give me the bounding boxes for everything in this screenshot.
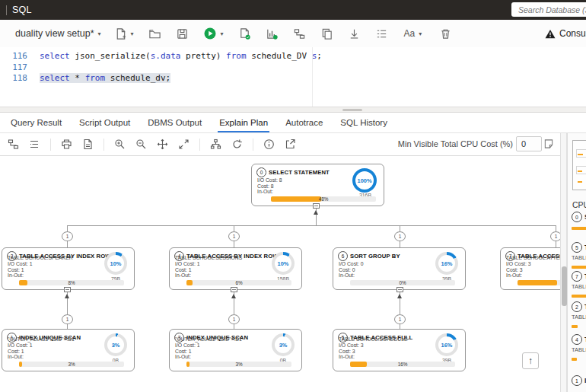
download-button[interactable] (348, 27, 361, 40)
tab-autotrace[interactable]: Autotrace (284, 118, 324, 132)
collapse-handle[interactable] (397, 287, 403, 292)
edge-cardinality-badge: 1 (62, 314, 73, 324)
note-page-icon (543, 139, 554, 149)
font-size-caret-icon[interactable]: ▾ (419, 30, 422, 37)
collapse-handle[interactable] (231, 287, 237, 292)
node-stats: I/O Cost: 8Cost: 8In-Out: (257, 177, 282, 195)
plan-minimap[interactable] (572, 140, 586, 190)
scrollbar-thumb[interactable] (562, 266, 567, 306)
pane-splitter[interactable] (0, 107, 586, 113)
panel-item[interactable]: 2TABLE ACCESS BY INDEX ROWIDTABLE SCHOOL… (572, 301, 586, 328)
zoom-in-button[interactable] (114, 139, 126, 150)
edge-cardinality-badge: 1 (228, 231, 240, 241)
edge-cardinality-badge: 1 (394, 314, 406, 324)
panel-item-row: 5TABLE ACCESS FULL (572, 242, 586, 253)
run-script-button[interactable] (238, 27, 251, 40)
fit-screen-button[interactable] (178, 139, 189, 150)
code-text[interactable]: select json_serialize(s.data pretty) fro… (40, 51, 322, 62)
edge-cardinality-badge: 1 (62, 231, 73, 241)
diagram-view-button[interactable] (8, 139, 19, 150)
hierarchy-layout-button[interactable] (210, 139, 221, 150)
vertical-scrollbar[interactable] (560, 133, 567, 392)
print-button[interactable] (61, 139, 72, 150)
outline-view-button[interactable] (29, 139, 40, 150)
zoom-out-button[interactable] (135, 139, 147, 150)
tab-explain-plan[interactable]: Explain Plan (218, 118, 269, 132)
save-button[interactable] (176, 27, 189, 40)
plan-node[interactable]: 1INDEX UNIQUE SCAN"OUTER_ALIAS3"."SID"=:… (2, 329, 135, 371)
cpu-percent-label: 16% (438, 255, 455, 272)
code-text[interactable]: select * from schedule_dv; (40, 73, 170, 84)
panel-item[interactable]: 5TABLE ACCESS FULLTABLE SCHOOL.SCHEDULE (572, 242, 586, 269)
search-database-input[interactable] (511, 2, 586, 17)
format-list-icon (375, 27, 388, 40)
pan-move-icon (157, 139, 168, 150)
refresh-button[interactable] (231, 139, 243, 150)
scroll-top-button[interactable]: ↑ (522, 352, 539, 369)
consumer-group-warning[interactable]: Consumer group (545, 20, 586, 47)
refresh-icon (231, 139, 243, 150)
plan-node[interactable]: 0SELECT STATEMENTI/O Cost: 8Cost: 8In-Ou… (251, 164, 384, 206)
plan-node[interactable]: 2TABLE ACCESS BY INDEX ROWIDTABLE SCHOOL… (2, 247, 135, 290)
node-stats: "OUTER_ALIAS3"."SID"=:B1I/O Cost: 1Cost:… (8, 336, 75, 360)
collapse-handle[interactable] (313, 203, 320, 209)
copy-statement-button[interactable] (320, 27, 333, 40)
notes-button[interactable] (543, 139, 554, 152)
node-header: 0SELECT STATEMENT (256, 167, 330, 177)
font-size-button[interactable]: Aa (404, 28, 416, 39)
line-number: 116 (0, 51, 27, 62)
run-caret-icon[interactable]: ▾ (221, 30, 224, 37)
export-image-button[interactable] (82, 139, 94, 150)
sql-editor[interactable]: 116select json_serialize(s.data pretty) … (0, 47, 586, 107)
inout-bar: 6% (186, 280, 291, 285)
tab-dbms-output[interactable]: DBMS Output (146, 118, 203, 132)
new-file-caret-icon[interactable]: ▾ (131, 30, 134, 37)
explain-plan-button[interactable] (293, 27, 306, 40)
plan-node[interactable]: 7TABLE ACCESS FULLTABLE SCHOOL.ATTENDEEI… (500, 247, 560, 290)
worksheet-selector-caret-icon[interactable]: ▾ (98, 30, 101, 37)
info-button[interactable] (263, 139, 275, 150)
panel-item[interactable]: 1INDEX UNIQUE SCAN (572, 375, 586, 386)
edge-line (556, 241, 556, 247)
tab-query-result[interactable]: Query Result (9, 118, 63, 132)
plan-node[interactable]: 3INDEX UNIQUE SCAN"OUTER_ALIAS2"."SID"=:… (169, 329, 302, 371)
pan-button[interactable] (157, 139, 168, 150)
open-external-button[interactable] (285, 139, 296, 150)
open-folder-icon (148, 27, 161, 40)
plan-node[interactable]: 6SORT GROUP BYI/O Cost: 0Cost: 0In-Out:1… (333, 247, 466, 290)
cpu-percent-donut: 3% (272, 333, 295, 356)
node-stats: TABLE SCHOOL.ATTENDEEI/O Cost: 3Cost: 3I… (506, 255, 560, 279)
edge-line (234, 241, 234, 247)
zoom-out-icon (135, 139, 147, 150)
edge-arrow-icon (231, 294, 236, 298)
autotrace-button[interactable] (266, 27, 279, 40)
min-cpu-cost-label: Min Visible Total CPU Cost (%) (398, 139, 513, 148)
inout-bar: 3% (19, 362, 124, 367)
explain-plan-canvas[interactable]: ↑ 0SELECT STATEMENTI/O Cost: 8Cost: 8In-… (0, 156, 560, 392)
collapse-handle[interactable] (64, 287, 71, 292)
cpu-percent-label: 100% (355, 171, 374, 190)
toolbar-separator (50, 139, 51, 151)
run-button[interactable] (203, 27, 217, 40)
plan-node[interactable]: 4TABLE ACCESS BY INDEX ROWIDTABLE SCHOOL… (169, 247, 302, 290)
panel-item[interactable]: 4TABLE ACCESS BY INDEX ROWIDTABLE SCHOOL… (572, 334, 586, 361)
tab-sql-history[interactable]: SQL History (339, 118, 389, 132)
format-button[interactable] (375, 27, 388, 40)
worksheet-selector[interactable]: duality view setup* (15, 28, 94, 39)
min-cpu-cost-input[interactable] (516, 136, 542, 151)
cpu-percent-label: 3% (107, 336, 124, 353)
cpu-percent-label: 10% (107, 255, 124, 272)
panel-item-badge: 4 (572, 334, 582, 345)
panel-item[interactable]: 0SELECT STATEMENT (572, 212, 586, 230)
plan-node[interactable]: 5TABLE ACCESS FULLTABLE SCHOOL.SCHEDULEI… (333, 329, 466, 371)
new-file-button[interactable] (114, 27, 127, 40)
cpu-percent-donut: 10% (272, 252, 295, 275)
edge-line (400, 225, 400, 231)
open-file-button[interactable] (148, 27, 161, 40)
tab-script-output[interactable]: Script Output (78, 118, 132, 132)
run-script-icon (238, 27, 251, 40)
panel-item[interactable]: 7TABLE ACCESS FULLTABLE SCHOOL.ATTENDEE (572, 271, 586, 298)
splitter-handle[interactable] (342, 109, 362, 111)
panel-item-sub: TABLE SCHOOL.SCHEDULE (572, 254, 586, 261)
clear-button[interactable] (439, 27, 452, 40)
